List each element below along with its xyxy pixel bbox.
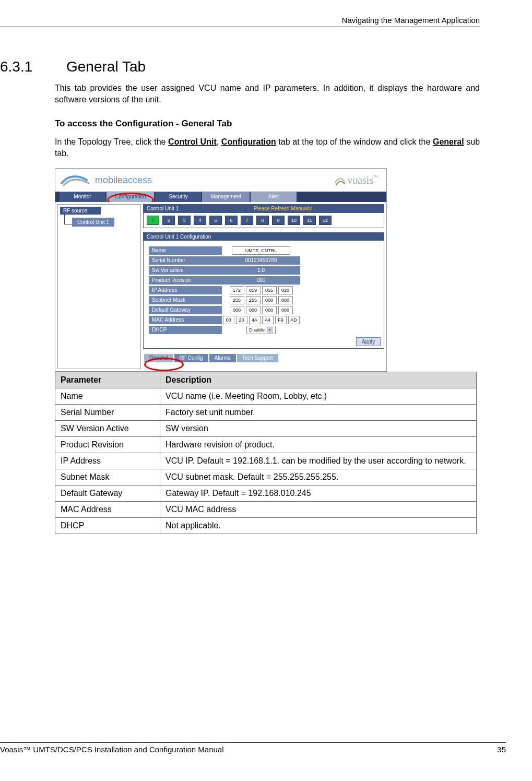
topology-tree: RF source Control Unit 1 — [57, 204, 141, 369]
parameter-cell: DHCP — [55, 517, 160, 534]
tab-security[interactable]: Security — [155, 192, 201, 202]
table-row: IP AddressVCU IP. Default = 192.168.1.1.… — [55, 453, 477, 469]
app-screenshot: mobileaccess. voasis™ Monitor Configurat… — [55, 168, 387, 372]
sub-tab-tech-support[interactable]: Tech Support — [237, 354, 278, 362]
parameter-cell: Serial Number — [55, 404, 160, 420]
port-7[interactable]: 7 — [241, 216, 253, 225]
port-2[interactable]: 2 — [162, 216, 175, 225]
configuration-ref: Configuration — [221, 137, 276, 146]
description-cell: Hardware revision of product. — [160, 436, 477, 453]
table-row: MAC AddressVCU MAC address — [55, 501, 477, 517]
table-row: DHCPNot applicable. — [55, 517, 477, 534]
port-1[interactable]: 1 — [147, 216, 159, 225]
config-row: NameUMTS_CNTRL — [149, 246, 379, 255]
port-6[interactable]: 6 — [225, 216, 238, 225]
access-heading: To access the Configuration - General Ta… — [55, 119, 480, 129]
mac-octet-input[interactable]: 00 — [223, 316, 234, 324]
footer-page-number: 35 — [497, 745, 506, 754]
mac-octet-input[interactable]: 4A — [249, 316, 261, 324]
sub-tab-general[interactable]: General — [144, 354, 173, 362]
port-4[interactable]: 4 — [194, 216, 206, 225]
intro-paragraph: This tab provides the user assigned VCU … — [55, 82, 480, 106]
tab-configuration[interactable]: Configuration — [107, 192, 154, 202]
sub-tabs: General RF Config Alarms Tech Support — [143, 353, 384, 362]
ip-octet-input[interactable]: 172 — [230, 286, 244, 294]
parameter-cell: Default Gateway — [55, 485, 160, 501]
parameter-cell: SW Version Active — [55, 420, 160, 436]
port-3[interactable]: 3 — [178, 216, 191, 225]
config-row-label: Serial Number — [149, 256, 222, 265]
port-10[interactable]: 10 — [288, 216, 300, 225]
running-header: Navigating the Management Application — [0, 16, 506, 25]
table-row: SW Version ActiveSW version — [55, 420, 477, 436]
control-unit-ref: Control Unit — [168, 137, 217, 146]
table-row: Subnet MaskVCU subnet mask. Default = 25… — [55, 469, 477, 485]
port-5[interactable]: 5 — [209, 216, 222, 225]
config-row: Default Gateway000000000000 — [149, 305, 379, 315]
port-12[interactable]: 12 — [319, 216, 332, 225]
config-value-readonly: 00123456789 — [222, 256, 300, 265]
config-row-label: Name — [149, 246, 222, 255]
mac-octet-input[interactable]: F9 — [275, 316, 287, 324]
sub-tab-alarms[interactable]: Alarms — [209, 354, 236, 362]
ip-octet-input[interactable]: 020 — [278, 286, 293, 294]
config-row-label: Default Gateway — [149, 306, 222, 314]
dhcp-select[interactable]: Disable▾ — [246, 326, 276, 334]
ports-row: 123456789101112 — [144, 213, 384, 228]
tree-root-rf-source[interactable]: RF source — [60, 207, 101, 215]
mac-octet-input[interactable]: 20 — [236, 316, 247, 324]
config-row: Serial Number00123456789 — [149, 256, 379, 265]
description-cell: Gateway IP. Default = 192.168.010.245 — [160, 485, 477, 501]
ip-octet-input[interactable]: 000 — [262, 306, 277, 314]
port-11[interactable]: 11 — [303, 216, 316, 225]
unit-title: Control Unit 1 — [144, 206, 182, 211]
port-9[interactable]: 9 — [272, 216, 285, 225]
table-header-parameter: Parameter — [55, 372, 160, 388]
ip-octet-input[interactable]: 019 — [246, 286, 261, 294]
mac-octet-input[interactable]: AD — [288, 316, 300, 324]
parameter-cell: MAC Address — [55, 501, 160, 517]
ip-octet-input[interactable]: 000 — [278, 296, 293, 304]
voasis-logo-text: voasis™ — [347, 174, 378, 186]
config-row: Sw Ver active1.0 — [149, 266, 379, 275]
general-ref: General — [433, 137, 464, 146]
tab-alert[interactable]: Alert — [251, 192, 297, 202]
ip-octet-input[interactable]: 055 — [262, 286, 277, 294]
config-row: MAC Address00204AA4F9AD — [149, 315, 379, 325]
name-input[interactable]: UMTS_CNTRL — [232, 246, 290, 255]
unit-status-box: Control Unit 1 Please Refresh Manually 1… — [143, 204, 384, 228]
apply-button[interactable]: Apply — [356, 337, 381, 346]
table-row: Product RevisionHardware revision of pro… — [55, 436, 477, 453]
ip-octet-input[interactable]: 000 — [262, 296, 277, 304]
config-box: Control Unit 1 Configuration NameUMTS_CN… — [143, 232, 384, 349]
section-title: General Tab — [66, 58, 146, 75]
ip-octet-input[interactable]: 255 — [246, 296, 261, 304]
tab-monitor[interactable]: Monitor — [60, 192, 105, 202]
refresh-manually-label: Please Refresh Manually — [182, 206, 384, 211]
parameter-cell: Product Revision — [55, 436, 160, 453]
ip-octet-input[interactable]: 000 — [278, 306, 293, 314]
parameter-cell: IP Address — [55, 453, 160, 469]
sub-tab-rf-config[interactable]: RF Config — [174, 354, 208, 362]
parameter-cell: Subnet Mask — [55, 469, 160, 485]
config-row-label: Product Revision — [149, 276, 222, 285]
chevron-down-icon: ▾ — [267, 327, 273, 333]
main-tabs: Monitor Configuration Security Managemen… — [55, 192, 386, 202]
tab-management[interactable]: Management — [202, 192, 249, 202]
description-cell: VCU name (i.e. Meeting Room, Lobby, etc.… — [160, 388, 477, 404]
tree-child-control-unit-1[interactable]: Control Unit 1 — [72, 218, 114, 227]
table-row: NameVCU name (i.e. Meeting Room, Lobby, … — [55, 388, 477, 404]
port-8[interactable]: 8 — [256, 216, 269, 225]
ip-octet-input[interactable]: 255 — [230, 296, 244, 304]
config-rows: NameUMTS_CNTRLSerial Number00123456789Sw… — [144, 241, 384, 336]
config-row: IP Address172019055020 — [149, 286, 379, 295]
text-fragment: tab at the top of the window and click t… — [276, 137, 433, 146]
ip-octet-input[interactable]: 000 — [246, 306, 261, 314]
access-instruction: In the Topology Tree, click the Control … — [55, 136, 480, 160]
config-row-label: DHCP — [149, 326, 222, 334]
config-row-label: Subbnet Mask — [149, 296, 222, 304]
mobileaccess-logo: mobileaccess. — [61, 172, 153, 190]
ip-octet-input[interactable]: 000 — [230, 306, 244, 314]
mac-octet-input[interactable]: A4 — [262, 316, 274, 324]
description-cell: VCU subnet mask. Default = 255.255.255.2… — [160, 469, 477, 485]
